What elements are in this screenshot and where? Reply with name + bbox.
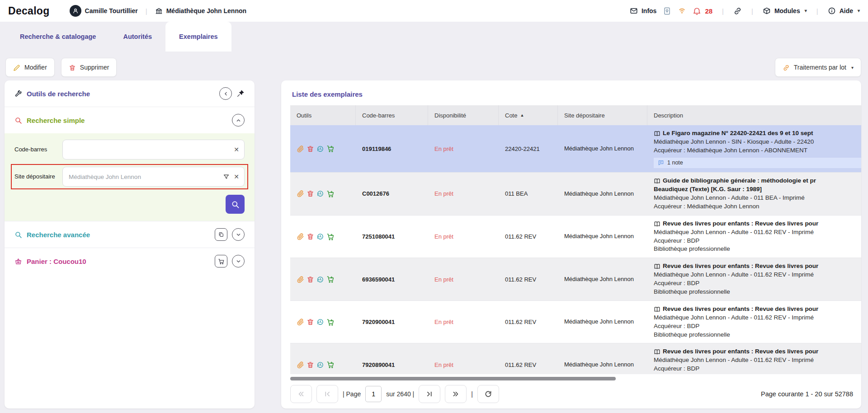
add-to-cart-icon[interactable] (326, 145, 335, 153)
page-number-input[interactable] (365, 386, 382, 402)
item-detail: Acquéreur : BDP (654, 322, 861, 331)
book-icon (654, 262, 660, 271)
row-tools (290, 318, 356, 326)
history-icon[interactable] (316, 276, 324, 283)
add-to-cart-icon[interactable] (326, 361, 335, 369)
sort-asc-icon: ▲ (520, 113, 524, 117)
item-detail: Médiathèque John Lennon - Adulte - 011 B… (654, 194, 861, 202)
chevron-down-icon: ▾ (858, 8, 860, 13)
add-to-cart-icon[interactable] (326, 190, 335, 198)
cell-description: Le Figaro magazine N° 22420-22421 des 9 … (647, 125, 861, 172)
item-detail: Bibliothèque professionnelle (654, 373, 861, 374)
aide-menu[interactable]: Aide ▾ (828, 7, 860, 15)
traitements-par-lot-button[interactable]: Traitements par lot ▾ (775, 58, 861, 77)
infos-button[interactable]: Infos (630, 7, 656, 15)
table-row[interactable]: 019119846 En prêt 22420-22421 Médiathèqu… (290, 125, 861, 173)
cell-barcode: 7920900041 (356, 319, 428, 325)
modules-menu[interactable]: Modules ▾ (763, 7, 807, 15)
history-icon[interactable] (316, 190, 324, 197)
paperclip-icon[interactable] (297, 145, 304, 153)
paperclip-icon[interactable] (297, 276, 304, 283)
table-row[interactable]: 6936590041 En prêt 011.62 REV Médiathèqu… (290, 258, 861, 301)
site-chip[interactable]: Médiathèque John Lennon (155, 7, 246, 15)
col-cote[interactable]: Cote▲ (499, 105, 558, 125)
tab-exemplaires[interactable]: Exemplaires (165, 22, 231, 52)
cell-cote: 011.62 REV (499, 276, 558, 283)
expand-section-button[interactable] (232, 255, 245, 268)
cell-site: Médiathèque John Lennon (558, 276, 647, 283)
col-disponibilite[interactable]: Disponibilité (428, 105, 499, 125)
collapse-section-button[interactable] (232, 114, 245, 127)
col-description[interactable]: Description (647, 105, 861, 125)
site-depositaire-input[interactable] (68, 173, 219, 181)
previous-page-button[interactable] (316, 385, 338, 403)
history-icon[interactable] (316, 318, 324, 326)
trash-icon[interactable] (307, 361, 314, 369)
col-outils[interactable]: Outils (290, 105, 356, 125)
clear-icon[interactable]: ✕ (234, 146, 239, 153)
collapse-panel-button[interactable] (219, 87, 232, 100)
trash-icon[interactable] (307, 145, 314, 153)
modifier-button[interactable]: Modifier (5, 58, 55, 77)
add-to-cart-icon[interactable] (326, 275, 335, 283)
trash-icon[interactable] (307, 190, 314, 197)
history-icon[interactable] (316, 361, 324, 369)
device-scan-icon[interactable] (663, 7, 671, 15)
paperclip-icon[interactable] (297, 318, 304, 326)
link-shortcut-icon[interactable] (733, 7, 742, 15)
trash-icon[interactable] (307, 318, 314, 326)
col-code-barres[interactable]: Code-barres (356, 105, 428, 125)
cell-availability: En prêt (428, 190, 499, 197)
code-barres-input[interactable] (68, 146, 230, 154)
trash-icon[interactable] (307, 276, 314, 283)
page-total-label: sur 2640 | (386, 390, 414, 398)
last-page-button[interactable] (445, 385, 467, 403)
item-title: Le Figaro magazine N° 22420-22421 des 9 … (663, 129, 813, 138)
annotation-box: Site dépositaire ✕ (11, 164, 248, 189)
trash-icon[interactable] (307, 233, 314, 240)
info-icon (828, 7, 836, 15)
supprimer-button[interactable]: Supprimer (61, 58, 117, 77)
separator: | (471, 390, 473, 398)
tab-autorites[interactable]: Autorités (109, 22, 165, 52)
next-page-button[interactable] (419, 385, 440, 403)
table-row[interactable]: 7920890041 En prêt 011.62 REV Médiathèqu… (290, 343, 861, 374)
site-depositaire-row: Site dépositaire ✕ (14, 167, 245, 187)
col-site-depositaire[interactable]: Site dépositaire (558, 105, 647, 125)
cell-barcode: 019119846 (356, 145, 428, 152)
filter-funnel-icon[interactable] (223, 173, 230, 180)
table-row[interactable]: 7251080041 En prêt 011.62 REV Médiathèqu… (290, 216, 861, 258)
separator: | (816, 7, 818, 15)
tab-recherche-catalogage[interactable]: Recherche & catalogage (6, 22, 109, 52)
refresh-button[interactable] (477, 385, 499, 403)
table-row[interactable]: 7920900041 En prêt 011.62 REV Médiathèqu… (290, 301, 861, 344)
add-to-cart-icon[interactable] (326, 318, 335, 326)
table-row[interactable]: C0012676 En prêt 011 BEA Médiathèque Joh… (290, 173, 861, 216)
notifications-button[interactable]: 28 (693, 7, 712, 15)
paperclip-icon[interactable] (297, 361, 304, 369)
paperclip-icon[interactable] (297, 190, 304, 197)
search-submit-button[interactable] (226, 195, 245, 214)
first-page-button[interactable] (290, 385, 312, 403)
history-icon[interactable] (316, 145, 324, 153)
user-chip[interactable]: Camille Tourtillier (70, 5, 138, 17)
avatar (70, 5, 81, 17)
simple-search-title: Recherche simple (27, 117, 85, 124)
clear-icon[interactable]: ✕ (234, 174, 239, 180)
item-detail: Acquéreur : Médiathèque John Lennon (654, 202, 861, 211)
expand-section-button[interactable] (232, 228, 245, 241)
separator: | (146, 7, 147, 15)
code-barres-row: Code-barres ✕ (14, 140, 245, 160)
horizontal-scrollbar[interactable] (290, 377, 616, 380)
pin-icon[interactable] (236, 89, 245, 98)
note-chip[interactable]: 1 note (654, 158, 861, 169)
open-window-icon[interactable] (215, 228, 227, 241)
paperclip-icon[interactable] (297, 233, 304, 240)
cart-icon[interactable] (215, 255, 227, 268)
item-detail: Acquéreur : BDP (654, 237, 861, 245)
item-title: Revue des livres pour enfants : Revue de… (663, 262, 818, 271)
rfid-signal-icon[interactable] (678, 7, 686, 15)
history-icon[interactable] (316, 233, 324, 240)
add-to-cart-icon[interactable] (326, 233, 335, 241)
item-title: Revue des livres pour enfants : Revue de… (663, 220, 818, 228)
